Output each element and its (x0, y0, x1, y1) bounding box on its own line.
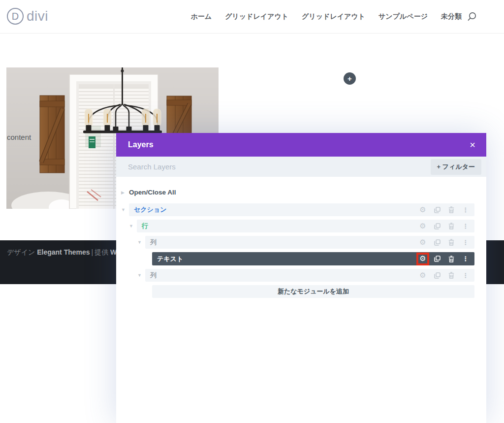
text-module-label: テキスト (157, 255, 183, 263)
tree-row-column-1[interactable]: ▼ 列 ⚙ ⋮ (121, 236, 474, 249)
trash-icon[interactable] (447, 206, 455, 214)
settings-gear-icon[interactable]: ⚙ (419, 206, 427, 214)
open-close-all-toggle[interactable]: ▶ Open/Close All (121, 189, 474, 196)
search-icon[interactable] (467, 12, 476, 24)
caret-down-icon[interactable]: ▼ (137, 273, 145, 278)
settings-gear-icon-highlighted[interactable]: ⚙ (419, 255, 427, 263)
trash-icon[interactable] (447, 222, 455, 230)
site-logo[interactable]: D divi (7, 8, 48, 25)
duplicate-icon[interactable] (433, 271, 441, 279)
row-actions: ⚙ ⋮ (419, 238, 470, 246)
row-actions: ⚙ ⋮ (419, 206, 470, 214)
row-row-bar[interactable]: 行 ⚙ ⋮ (137, 220, 474, 232)
trash-icon[interactable] (447, 271, 455, 279)
layers-modal: Layers × + フィルター ▶ Open/Close All ▼ セクショ… (116, 133, 486, 423)
open-close-all-label: Open/Close All (129, 189, 176, 196)
tree-row-row[interactable]: ▼ 行 ⚙ ⋮ (121, 220, 474, 232)
nav-item-home[interactable]: ホーム (190, 12, 212, 21)
tree-row-column-2[interactable]: ▼ 列 ⚙ ⋮ (121, 269, 474, 282)
logo-d-icon: D (7, 8, 24, 25)
tree-row-section[interactable]: ▼ セクション ⚙ ⋮ (121, 203, 474, 216)
section-label: セクション (134, 205, 167, 214)
caret-down-icon[interactable]: ▼ (137, 240, 145, 245)
layers-tree: ▶ Open/Close All ▼ セクション ⚙ ⋮ ▼ 行 (116, 177, 486, 298)
column-row-bar[interactable]: 列 ⚙ ⋮ (145, 236, 474, 249)
trash-icon[interactable] (447, 255, 455, 263)
nav-item-grid-layout-2[interactable]: グリッドレイアウト (302, 12, 365, 21)
tree-row-text-module[interactable]: テキスト ⚙ ⋮ (121, 252, 474, 265)
footer-credit: デザイン Elegant Themes|提供 Word (7, 248, 128, 257)
logo-brand-text: divi (27, 8, 48, 24)
layers-modal-header: Layers × (116, 133, 486, 157)
layers-search-input[interactable] (128, 163, 431, 171)
duplicate-icon[interactable] (433, 222, 441, 230)
section-row-bar[interactable]: セクション ⚙ ⋮ (129, 203, 474, 216)
footer-credit-prefix: デザイン (7, 248, 37, 256)
settings-gear-icon[interactable]: ⚙ (419, 271, 427, 279)
caret-down-icon[interactable]: ▼ (129, 224, 137, 228)
nav-item-uncategorized[interactable]: 未分類 (441, 12, 462, 21)
footer-theme-link[interactable]: Elegant Themes (37, 248, 90, 256)
column-row-bar[interactable]: 列 ⚙ ⋮ (145, 269, 474, 282)
more-options-icon[interactable]: ⋮ (462, 255, 470, 263)
layers-search-row: + フィルター (116, 157, 486, 177)
row-actions: ⚙ ⋮ (419, 222, 470, 230)
column-label: 列 (150, 238, 157, 247)
duplicate-icon[interactable] (433, 206, 441, 214)
caret-right-icon[interactable]: ▶ (121, 190, 129, 195)
trash-icon[interactable] (447, 238, 455, 246)
more-options-icon[interactable]: ⋮ (462, 206, 470, 214)
footer-separator: | (90, 248, 95, 256)
more-options-icon[interactable]: ⋮ (462, 271, 470, 279)
row-actions: ⚙ ⋮ (419, 271, 470, 279)
row-label: 行 (142, 222, 148, 230)
footer-powered-prefix: 提供 (94, 248, 110, 256)
column-label: 列 (150, 271, 157, 280)
duplicate-icon[interactable] (433, 238, 441, 246)
more-options-icon[interactable]: ⋮ (462, 238, 470, 246)
add-new-module-button[interactable]: 新たなモジュールを追加 (152, 285, 474, 298)
nav-item-grid-layout-1[interactable]: グリッドレイアウト (225, 12, 288, 21)
add-section-plus-button[interactable]: + (344, 72, 356, 85)
layers-modal-title: Layers (128, 140, 154, 149)
duplicate-icon[interactable] (433, 255, 441, 263)
settings-gear-icon[interactable]: ⚙ (419, 238, 427, 246)
caret-down-icon[interactable]: ▼ (121, 207, 129, 212)
row-actions: ⚙ ⋮ (419, 255, 470, 263)
main-nav: ホーム グリッドレイアウト グリッドレイアウト サンプルページ 未分類 (190, 0, 462, 33)
filter-button[interactable]: + フィルター (431, 159, 481, 175)
close-icon[interactable]: × (470, 133, 475, 157)
site-header: D divi ホーム グリッドレイアウト グリッドレイアウト サンプルページ 未… (0, 0, 504, 33)
text-module-row-bar[interactable]: テキスト ⚙ ⋮ (152, 252, 474, 265)
nav-item-sample-page[interactable]: サンプルページ (378, 12, 428, 21)
content-text: content (7, 133, 31, 141)
more-options-icon[interactable]: ⋮ (462, 222, 470, 230)
settings-gear-icon[interactable]: ⚙ (419, 222, 427, 230)
